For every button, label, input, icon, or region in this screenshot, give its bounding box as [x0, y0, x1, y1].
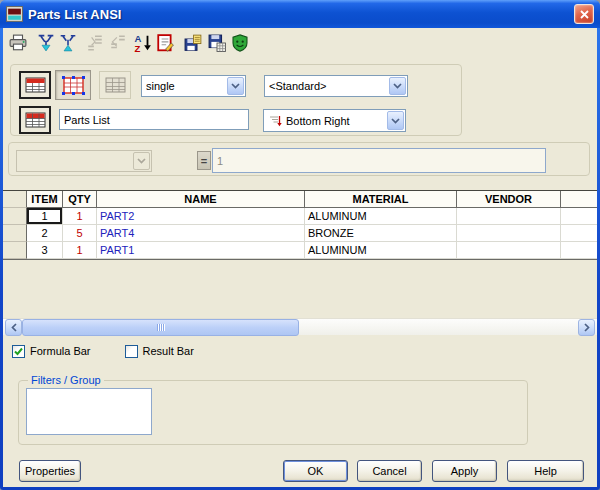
cell-extra[interactable] — [561, 242, 597, 259]
chevron-down-icon — [133, 152, 150, 170]
save-layout-icon[interactable] — [205, 31, 229, 55]
filters-groupbox: Filters / Group — [18, 380, 528, 445]
filters-group-label: Filters / Group — [28, 374, 104, 386]
equals-button[interactable]: = — [197, 151, 211, 170]
column-header-item[interactable]: ITEM — [27, 191, 63, 208]
printer-icon[interactable] — [6, 31, 30, 55]
scrollbar-thumb[interactable] — [22, 319, 299, 336]
table-header-row: ITEM QTY NAME MATERIAL VENDOR — [3, 191, 597, 208]
cell-qty[interactable]: 5 — [63, 225, 97, 242]
column-header-name[interactable]: NAME — [97, 191, 305, 208]
table-disabled-button — [99, 71, 131, 99]
window-title: Parts List ANSI — [28, 7, 574, 22]
cell-item[interactable]: 2 — [27, 225, 63, 242]
cell-material[interactable]: ALUMINUM — [305, 242, 457, 259]
filter-remove-icon[interactable] — [56, 31, 80, 55]
cell-name[interactable]: PART4 — [97, 225, 305, 242]
row-selector-header[interactable] — [3, 191, 27, 208]
formula-bar-checkbox[interactable] — [12, 345, 25, 358]
column-header-extra[interactable] — [561, 191, 597, 208]
formula-expression-input[interactable] — [212, 148, 546, 173]
export-disk-icon[interactable] — [181, 31, 205, 55]
horizontal-scrollbar[interactable] — [3, 318, 597, 335]
edit-header-icon[interactable] — [153, 31, 177, 55]
cell-extra[interactable] — [561, 208, 597, 225]
table-header-top-icon — [25, 77, 46, 94]
column-header-material[interactable]: MATERIAL — [305, 191, 457, 208]
sort-az-icon[interactable]: AZ — [131, 31, 155, 55]
table-selected-button[interactable] — [55, 70, 91, 100]
filters-listbox[interactable] — [26, 388, 152, 435]
svg-text:Z: Z — [135, 43, 141, 52]
row-selector[interactable] — [3, 242, 27, 259]
formula-bar-label[interactable]: Formula Bar — [30, 345, 91, 357]
apply-button[interactable]: Apply — [432, 460, 497, 482]
table-header-grid-icon — [25, 112, 46, 129]
close-icon — [580, 10, 589, 19]
formula-groupbox: = — [8, 142, 590, 176]
chevron-down-icon[interactable] — [387, 111, 404, 130]
dialog-body: AZ — [3, 28, 597, 487]
cell-material[interactable]: ALUMINUM — [305, 208, 457, 225]
table-row: 1 1 PART2 ALUMINUM — [3, 208, 597, 225]
cell-vendor[interactable] — [457, 208, 561, 225]
layout-groupbox: single <Standard> Bottom Right — [10, 64, 462, 136]
result-bar-checkbox[interactable] — [125, 345, 138, 358]
standard-combo[interactable]: <Standard> — [264, 75, 408, 97]
filter-insert-icon[interactable] — [34, 31, 58, 55]
options-row: Formula Bar Result Bar — [12, 343, 194, 359]
column-header-qty[interactable]: QTY — [63, 191, 97, 208]
cell-name[interactable]: PART2 — [97, 208, 305, 225]
chevron-right-icon — [584, 323, 590, 332]
column-combo — [16, 150, 152, 172]
table-row: 3 1 PART1 ALUMINUM — [3, 242, 597, 259]
cell-name[interactable]: PART1 — [97, 242, 305, 259]
parts-list-dialog: Parts List ANSI AZ — [0, 0, 600, 490]
row-selector[interactable] — [3, 208, 27, 225]
table-gray-icon — [105, 77, 126, 94]
position-combo[interactable]: Bottom Right — [263, 109, 406, 132]
shield-icon[interactable] — [228, 31, 252, 55]
cell-vendor[interactable] — [457, 242, 561, 259]
titlebar[interactable]: Parts List ANSI — [0, 0, 600, 28]
table-row: 2 5 PART4 BRONZE — [3, 225, 597, 242]
cancel-button[interactable]: Cancel — [357, 460, 422, 482]
close-button[interactable] — [574, 4, 594, 24]
help-button[interactable]: Help — [507, 460, 584, 482]
scroll-right-button[interactable] — [578, 319, 595, 336]
row-selector[interactable] — [3, 225, 27, 242]
bottom-right-align-icon — [268, 114, 282, 128]
cell-extra[interactable] — [561, 225, 597, 242]
compare-right-icon[interactable] — [106, 31, 130, 55]
chevron-down-icon[interactable] — [389, 77, 406, 95]
properties-button[interactable]: Properties — [19, 460, 81, 482]
cell-qty[interactable]: 1 — [63, 208, 97, 225]
cell-qty[interactable]: 1 — [63, 242, 97, 259]
heading-combo[interactable]: single — [141, 75, 246, 97]
scroll-left-button[interactable] — [5, 319, 22, 336]
chevron-left-icon — [11, 323, 17, 332]
column-header-vendor[interactable]: VENDOR — [457, 191, 561, 208]
check-icon — [14, 347, 23, 356]
compare-left-icon[interactable] — [83, 31, 107, 55]
table-selected-icon — [62, 76, 85, 95]
list-title-input[interactable] — [59, 109, 249, 130]
chevron-down-icon[interactable] — [227, 77, 244, 95]
result-bar-label[interactable]: Result Bar — [143, 345, 194, 357]
cell-item[interactable]: 3 — [27, 242, 63, 259]
standard-combo-value: <Standard> — [269, 80, 407, 92]
cell-item[interactable]: 1 — [27, 208, 63, 225]
toolbar: AZ — [3, 31, 597, 57]
cell-vendor[interactable] — [457, 225, 561, 242]
table-title-button[interactable] — [19, 106, 51, 134]
parts-table: ITEM QTY NAME MATERIAL VENDOR 1 1 PART2 … — [3, 190, 597, 260]
cell-material[interactable]: BRONZE — [305, 225, 457, 242]
ok-button[interactable]: OK — [283, 460, 348, 482]
app-icon — [6, 6, 23, 23]
table-direction-down-button[interactable] — [19, 71, 51, 99]
